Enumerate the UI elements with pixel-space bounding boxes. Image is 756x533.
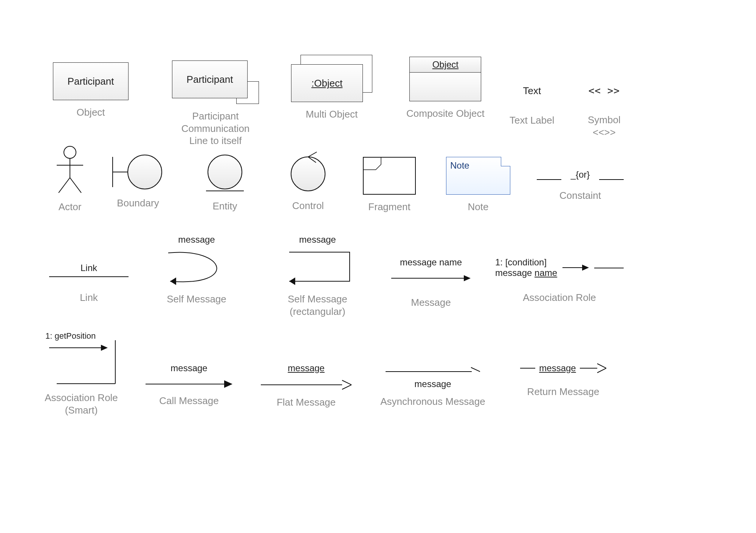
svg-marker-23 — [582, 265, 589, 271]
svg-text:_{or}: _{or} — [570, 169, 590, 180]
caption-stereotype: Symbol <<>> — [588, 114, 621, 138]
caption-flat-message: Flat Message — [277, 396, 336, 409]
actor-icon — [53, 146, 87, 195]
symbol-association-role-smart: 1: getPosition Association Role (Smart) … — [42, 333, 121, 416]
svg-point-7 — [128, 155, 162, 189]
symbol-actor: Actor — [53, 146, 87, 213]
participant-self-shape: Participant — [172, 60, 259, 104]
self-message-rect-icon — [282, 251, 353, 287]
caption-constraint: Constaint — [559, 189, 601, 202]
caption-async-message: Asynchronous Message — [380, 395, 485, 408]
symbol-note: Note Note — [446, 157, 510, 213]
caption-boundary: Boundary — [117, 197, 159, 209]
svg-line-39 — [597, 364, 606, 368]
self-message-icon — [159, 251, 234, 287]
control-icon — [287, 151, 329, 194]
caption-composite-object: Composite Object — [406, 107, 485, 120]
composite-object-text: Object — [432, 59, 459, 70]
svg-marker-19 — [289, 277, 295, 285]
caption-participant-self: Participant Communication Line to itself — [163, 110, 268, 147]
multi-object-text: :Object — [311, 77, 342, 89]
symbol-control: Control — [287, 151, 329, 212]
caption-control: Control — [292, 200, 324, 212]
symbol-boundary: Boundary — [110, 153, 166, 209]
participant-self-text: Participant — [187, 74, 233, 85]
caption-call-message: Call Message — [159, 395, 219, 407]
svg-point-10 — [291, 157, 325, 191]
symbol-association-role: 1: [condition] message name Association … — [495, 257, 624, 304]
stereotype-text: << >> — [589, 85, 620, 96]
call-message-icon — [146, 380, 232, 389]
symbol-multi-object: :Object Multi Object — [291, 55, 372, 121]
boundary-icon — [110, 153, 166, 191]
caption-actor: Actor — [59, 201, 82, 213]
symbol-composite-object: Object Composite Object — [406, 57, 485, 120]
caption-self-message-rect: Self Message (rectangular) — [288, 293, 347, 318]
link-text: Link — [49, 263, 129, 273]
assoc-role-line1: 1: [condition] — [495, 257, 557, 268]
symbol-message: message name Message — [391, 257, 471, 309]
object-box-text: Participant — [68, 76, 114, 87]
symbol-participant-self: Participant Participant Communication Li… — [163, 60, 268, 147]
svg-line-40 — [597, 368, 606, 373]
svg-point-0 — [64, 146, 76, 158]
svg-marker-31 — [224, 380, 232, 388]
symbol-text-label: Text Text Label — [510, 85, 555, 127]
caption-assoc-role-smart: Association Role (Smart) — [45, 392, 118, 416]
caption-fragment: Fragment — [368, 201, 410, 213]
symbol-async-message: message Asynchronous Message — [380, 367, 486, 408]
caption-link: Link — [80, 291, 98, 304]
caption-text-label: Text Label — [510, 114, 555, 127]
svg-line-34 — [342, 385, 352, 389]
composite-object-shape: Object — [409, 57, 481, 101]
symbol-self-message-rect: message Self Message (rectangular) — [282, 234, 353, 318]
constraint-icon: _{or} — [537, 168, 624, 183]
message-icon — [391, 274, 471, 283]
flat-message-icon — [261, 380, 352, 390]
caption-return-message: Return Message — [527, 386, 600, 398]
symbol-entity: Entity — [202, 153, 248, 212]
symbol-stereotype: << >> Symbol <<>> — [588, 85, 621, 138]
caption-object: Object — [76, 106, 105, 119]
svg-marker-21 — [464, 275, 471, 281]
symbol-fragment: Fragment — [363, 157, 416, 213]
message-text: message name — [400, 257, 462, 268]
svg-marker-18 — [170, 277, 176, 285]
svg-text:1: getPosition: 1: getPosition — [45, 333, 96, 341]
symbol-link: Link Link — [49, 263, 129, 304]
svg-line-36 — [471, 367, 480, 372]
caption-multi-object: Multi Object — [306, 108, 358, 121]
svg-line-4 — [70, 178, 81, 193]
caption-association-role: Association Role — [523, 291, 596, 304]
flat-message-text: message — [288, 363, 324, 373]
return-message-text: message — [539, 363, 576, 373]
assoc-role-smart-icon: 1: getPosition — [42, 333, 121, 386]
text-label-text: Text — [523, 85, 541, 97]
caption-note: Note — [468, 201, 489, 213]
association-role-shape: 1: [condition] message name — [495, 257, 624, 278]
fragment-icon — [363, 157, 416, 195]
entity-icon — [202, 153, 248, 194]
multi-object-shape: :Object — [291, 55, 372, 102]
note-shape: Note — [446, 157, 510, 195]
assoc-role-line2: message — [495, 268, 534, 278]
note-text: Note — [450, 160, 469, 170]
svg-line-11 — [308, 152, 317, 157]
self-message-text: message — [178, 234, 215, 245]
symbol-object: Participant Object — [53, 62, 129, 119]
symbol-self-message: message Self Message — [159, 234, 234, 305]
link-shape: Link — [49, 263, 129, 280]
svg-marker-27 — [101, 345, 108, 351]
caption-self-message: Self Message — [167, 293, 226, 305]
svg-point-8 — [208, 155, 242, 189]
svg-rect-13 — [363, 157, 415, 194]
async-message-text: message — [414, 379, 451, 389]
caption-message: Message — [411, 296, 451, 309]
caption-entity: Entity — [212, 200, 237, 212]
symbol-call-message: message Call Message — [146, 363, 232, 407]
object-box: Participant — [53, 62, 129, 100]
symbol-constraint: _{or} Constaint _{or} — [537, 168, 624, 202]
async-message-icon — [386, 367, 480, 377]
svg-line-3 — [59, 178, 70, 193]
symbol-flat-message: message Flat Message — [261, 363, 352, 409]
